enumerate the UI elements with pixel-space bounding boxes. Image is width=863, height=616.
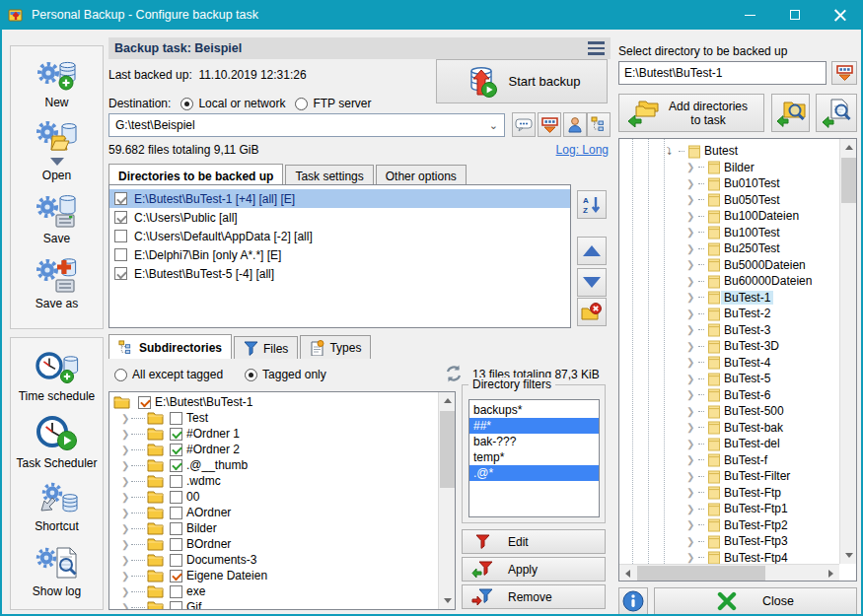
refresh-button[interactable] [444, 364, 464, 383]
combo-dropdown-icon[interactable]: ⌄ [489, 119, 498, 132]
directory-path-input[interactable]: E:\Butest\BuTest-1 [618, 61, 827, 85]
browser-row[interactable]: ❯ BuTest-4 [619, 355, 839, 372]
scroll-up-button[interactable] [840, 139, 857, 156]
tree-checkbox[interactable] [138, 396, 151, 409]
directory-checkbox[interactable] [114, 248, 127, 261]
start-backup-button[interactable]: Start backup [436, 59, 608, 103]
expand-chevron-icon[interactable]: ❯ [686, 324, 698, 335]
browser-row[interactable]: ❯ Bu100Dateien [619, 208, 839, 225]
scroll-down-button[interactable] [840, 547, 857, 564]
tab-other-options[interactable]: Other options [376, 165, 467, 186]
tab-task-settings[interactable]: Task settings [285, 165, 373, 186]
tree-checkbox[interactable] [170, 412, 182, 425]
sidebar-item-save-as[interactable]: Save as [11, 256, 103, 310]
dir-tree-button[interactable] [587, 112, 611, 137]
browser-row[interactable]: ❯ BuTest-5 [619, 371, 839, 387]
expand-chevron-icon[interactable]: ❯ [121, 555, 131, 566]
tree-row[interactable]: ❯ .wdmc [109, 473, 438, 489]
expand-chevron-icon[interactable]: ❯ [686, 536, 698, 547]
tree-checkbox[interactable] [170, 570, 182, 582]
browser-row[interactable]: ❯ Bu050Test [619, 192, 839, 209]
subdirectories-tree[interactable]: E:\Butest\BuTest-1 ❯ Test [108, 391, 456, 610]
expand-chevron-icon[interactable]: ❯ [686, 374, 698, 384]
browser-row[interactable]: ❯ BuTest-del [619, 436, 839, 452]
expand-chevron-icon[interactable]: ❯ [686, 211, 698, 222]
close-button[interactable]: Close [654, 587, 857, 615]
tree-row[interactable]: ❯ Bilder [109, 520, 438, 536]
expand-chevron-icon[interactable]: ❯ [121, 586, 131, 597]
expand-chevron-icon[interactable]: ❯ [686, 292, 698, 303]
drive-picker-button[interactable] [831, 61, 857, 85]
tree-checkbox[interactable] [170, 491, 182, 504]
remove-filter-button[interactable]: Remove [462, 584, 606, 609]
expand-chevron-icon[interactable]: ❯ [686, 276, 698, 287]
expand-chevron-icon[interactable]: ❯ [686, 259, 698, 270]
expand-chevron-icon[interactable]: ❯ [686, 308, 698, 319]
tree-row[interactable]: ❯ AOrdner [109, 505, 438, 520]
browser-row[interactable]: ❯ BuTest-6 [619, 387, 839, 404]
expand-chevron-icon[interactable]: ❯ [686, 406, 698, 417]
browser-hscrollbar[interactable] [619, 564, 839, 581]
expand-chevron-icon[interactable]: ❯ [686, 471, 698, 482]
directory-checkbox[interactable] [114, 267, 127, 280]
sidebar-item-open[interactable]: Open [11, 120, 103, 182]
scroll-right-button[interactable] [823, 565, 839, 582]
tab-subdirectories[interactable]: Subdirectories [108, 334, 232, 359]
sidebar-item-task-scheduler[interactable]: Task Scheduler [11, 414, 103, 470]
filter-row[interactable]: .@* [469, 465, 599, 481]
directory-checkbox[interactable] [114, 192, 127, 205]
move-down-button[interactable] [577, 268, 607, 297]
directory-row[interactable]: C:\Users\Public [all] [109, 208, 570, 227]
expand-chevron-icon[interactable]: ❯ [686, 357, 698, 368]
tab-files[interactable]: Files [234, 336, 298, 359]
close-window-button[interactable] [818, 0, 863, 30]
browser-row[interactable]: ❯ BuTest-Ftp3 [619, 533, 839, 550]
tree-row[interactable]: ❯ Test [109, 410, 438, 426]
tree-checkbox[interactable] [170, 507, 182, 519]
expand-chevron-icon[interactable]: ❯ [686, 194, 698, 205]
tree-checkbox[interactable] [170, 538, 182, 551]
browser-row[interactable]: ❯ BuTest-1 [619, 290, 839, 307]
expand-chevron-icon[interactable]: ❯ [686, 552, 698, 563]
tree-row[interactable]: ❯ Gif [109, 599, 438, 610]
tree-row[interactable]: ❯ #Ordner 1 [109, 426, 438, 442]
expand-chevron-icon[interactable]: ❯ [686, 243, 698, 254]
tree-checkbox[interactable] [170, 601, 182, 611]
browser-row[interactable]: ❯ BuTest-f [619, 452, 839, 469]
log-link[interactable]: Log: Long [535, 143, 609, 157]
radio-all-except-tagged[interactable]: All except tagged [114, 368, 223, 381]
expand-chevron-icon[interactable]: ❯ [686, 439, 698, 449]
directories-list[interactable]: E:\Butest\BuTest-1 [+4] [all] [E] C:\Use… [108, 184, 571, 328]
expand-chevron-icon[interactable]: ❯ [686, 487, 698, 498]
browser-row[interactable]: ❯ Bilder [619, 160, 839, 176]
browser-row[interactable]: ❯ Bu5000Dateien [619, 257, 839, 274]
add-directories-button[interactable]: Add directories to task [618, 94, 764, 132]
browser-row[interactable]: ❯ BuTest-3 [619, 322, 839, 339]
filter-row[interactable]: bak-??? [469, 434, 599, 449]
search-file-button[interactable] [816, 94, 857, 132]
radio-ftp-server[interactable]: FTP server [295, 97, 371, 110]
expand-chevron-icon[interactable]: ❯ [121, 476, 131, 487]
tree-row[interactable]: ❯ Eigene Dateien [109, 568, 438, 583]
browser-row[interactable]: ❯ Bu010Test [619, 175, 839, 192]
scroll-thumb[interactable] [841, 158, 856, 203]
collapse-chevron-icon[interactable]: ⤵ [667, 146, 679, 157]
browser-row[interactable]: ❯ Bu250Test [619, 240, 839, 257]
expand-chevron-icon[interactable]: ❯ [686, 178, 698, 189]
browser-root-row[interactable]: ⤵ Butest [619, 143, 839, 160]
browser-row[interactable]: ❯ BuTest-Filter [619, 468, 839, 485]
scroll-down-button[interactable] [439, 592, 456, 609]
tree-row[interactable]: ❯ Documents-3 [109, 552, 438, 568]
expand-chevron-icon[interactable]: ❯ [121, 445, 131, 455]
browser-row[interactable]: ❯ BuTest-500 [619, 403, 839, 420]
sidebar-item-shortcut[interactable]: Shortcut [11, 481, 103, 533]
tree-checkbox[interactable] [170, 428, 182, 441]
tree-row[interactable]: ❯ #Ordner 2 [109, 442, 438, 457]
browser-row[interactable]: ❯ BuTest-3D [619, 338, 839, 355]
expand-chevron-icon[interactable]: ❯ [121, 602, 131, 611]
browser-row[interactable]: ❯ BuTest-Ftp [619, 485, 839, 502]
expand-chevron-icon[interactable]: ❯ [686, 454, 698, 465]
tree-checkbox[interactable] [170, 585, 182, 598]
directory-row[interactable]: E:\Delphi7\Bin [only A*.*] [E] [109, 245, 570, 264]
directory-row[interactable]: E:\Butest\BuTest-5 [-4] [all] [109, 264, 570, 283]
